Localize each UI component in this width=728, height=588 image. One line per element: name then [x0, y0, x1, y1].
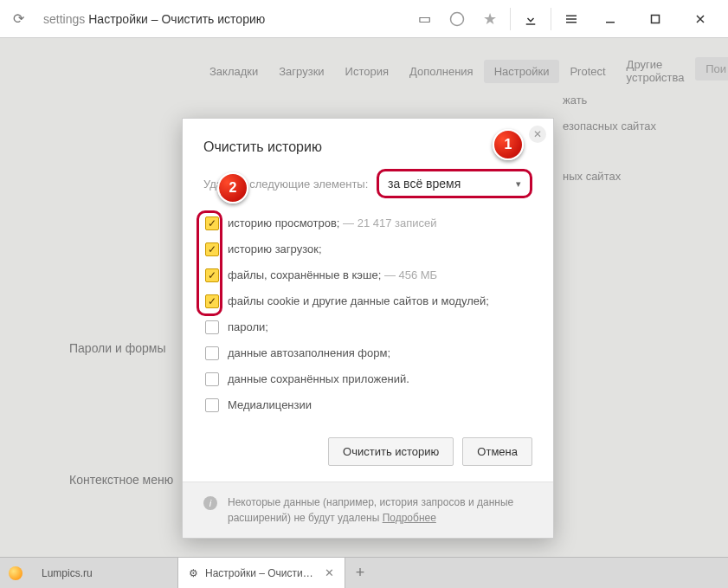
- tab-strip: Lumpics.ru ⚙ Настройки – Очистить и ✕ +: [0, 557, 728, 588]
- clear-history-dialog: ✕ Очистить историю Удалить следующие эле…: [182, 118, 554, 539]
- window-close-icon[interactable]: [680, 4, 721, 34]
- annotation-bubble-1: 1: [493, 129, 524, 160]
- checkbox-icon[interactable]: [205, 346, 219, 360]
- menu-icon[interactable]: [557, 4, 586, 34]
- tab-title: Lumpics.ru: [42, 567, 93, 579]
- svg-rect-1: [526, 23, 536, 25]
- clear-options-list: ✓ историю просмотров; — 21 417 записей ✓…: [183, 207, 553, 422]
- new-tab-button[interactable]: +: [345, 558, 375, 588]
- time-range-value: за всё время: [388, 177, 461, 191]
- tab-title: Настройки – Очистить и: [205, 567, 318, 579]
- annotation-frame-checks: [196, 210, 222, 316]
- reader-icon[interactable]: ▭: [409, 4, 439, 34]
- opt-cached-files[interactable]: ✓ файлы, сохранённые в кэше; — 456 МБ: [205, 262, 532, 288]
- close-icon[interactable]: ✕: [529, 126, 546, 143]
- browser-toolbar: ⟳ settings Настройки – Очистить историю …: [0, 0, 728, 38]
- opt-media-licenses[interactable]: Медиалицензии: [205, 392, 532, 418]
- opt-browsing-history[interactable]: ✓ историю просмотров; — 21 417 записей: [205, 210, 532, 236]
- downloads-icon[interactable]: [516, 4, 545, 34]
- learn-more-link[interactable]: Подробнее: [383, 512, 436, 524]
- reload-icon[interactable]: ⟳: [7, 8, 29, 30]
- opt-cookies[interactable]: ✓ файлы cookie и другие данные сайтов и …: [205, 288, 532, 314]
- svg-rect-6: [652, 15, 660, 23]
- annotation-bubble-2: 2: [217, 172, 248, 204]
- window-minimize-icon[interactable]: [589, 4, 631, 34]
- address-bar[interactable]: settings Настройки – Очистить историю: [35, 7, 404, 31]
- chevron-down-icon: ▾: [516, 178, 521, 190]
- toolbar-separator: [510, 8, 511, 30]
- checkbox-icon[interactable]: [205, 372, 219, 386]
- svg-point-0: [451, 12, 464, 25]
- svg-rect-3: [566, 18, 577, 20]
- svg-rect-5: [606, 22, 615, 23]
- opt-hosted-apps[interactable]: данные сохранённых приложений.: [205, 366, 532, 392]
- tab-settings[interactable]: ⚙ Настройки – Очистить и ✕: [178, 558, 345, 588]
- settings-page: Закладки Загрузки История Дополнения Нас…: [0, 38, 728, 557]
- bookmark-star-icon[interactable]: ★: [475, 4, 505, 34]
- checkbox-icon[interactable]: [205, 398, 219, 412]
- gear-icon: ⚙: [189, 567, 198, 579]
- info-text: Некоторые данные (например, история запр…: [228, 496, 513, 524]
- dialog-info-strip: i Некоторые данные (например, история за…: [183, 481, 553, 538]
- close-tab-icon[interactable]: ✕: [325, 566, 334, 579]
- opt-autofill[interactable]: данные автозаполнения форм;: [205, 340, 532, 366]
- window-maximize-icon[interactable]: [635, 4, 676, 34]
- yandex-shield-icon[interactable]: [442, 4, 472, 34]
- page-title: Настройки – Очистить историю: [88, 12, 265, 26]
- svg-rect-2: [566, 15, 577, 16]
- clear-button[interactable]: Очистить историю: [328, 437, 454, 466]
- time-range-select[interactable]: за всё время ▾: [377, 169, 532, 198]
- checkbox-icon[interactable]: [205, 320, 219, 334]
- cancel-button[interactable]: Отмена: [462, 437, 532, 466]
- tab-lumpics[interactable]: Lumpics.ru: [31, 558, 178, 588]
- opt-passwords[interactable]: пароли;: [205, 314, 532, 340]
- url-scheme-label: settings: [43, 12, 85, 26]
- svg-rect-4: [566, 22, 577, 23]
- opt-download-history[interactable]: ✓ историю загрузок;: [205, 236, 532, 262]
- toolbar-separator: [551, 8, 551, 30]
- info-icon: i: [203, 496, 217, 510]
- yandex-home-icon[interactable]: [0, 558, 31, 588]
